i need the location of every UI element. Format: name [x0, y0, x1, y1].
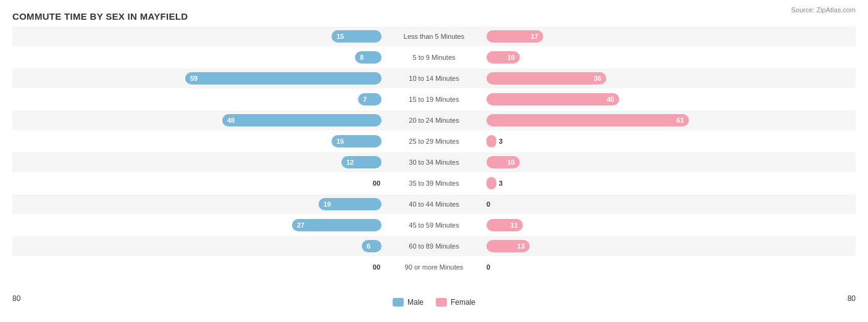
row-label: 5 to 9 Minutes — [385, 54, 483, 61]
bar-female: 36 — [486, 72, 606, 85]
chart-row: 19 40 to 44 Minutes 0 — [12, 194, 856, 214]
chart-row: 8 5 to 9 Minutes 10 — [12, 47, 856, 67]
left-section: 48 — [12, 110, 434, 130]
bar-female: 10 — [486, 51, 520, 64]
male-value-on-bar: 48 — [227, 117, 235, 124]
female-value-on-bar: 11 — [511, 221, 518, 229]
left-section: 15 — [12, 27, 434, 46]
bar-male: 7 — [358, 93, 382, 105]
bar-male: 15 — [332, 30, 382, 43]
chart-row: 12 30 to 34 Minutes 10 — [12, 152, 856, 172]
chart-title: COMMUTE TIME BY SEX IN MAYFIELD — [12, 11, 856, 22]
legend-male-label: Male — [407, 298, 424, 307]
bar-female: 10 — [486, 156, 520, 168]
axis-right-label: 80 — [848, 294, 856, 307]
chart-row: 48 20 to 24 Minutes 61 — [12, 110, 856, 130]
male-value-on-bar: 59 — [190, 75, 198, 82]
legend-female-label: Female — [451, 298, 475, 307]
left-section: 6 — [12, 236, 434, 256]
bar-male: 27 — [292, 219, 382, 231]
left-section: 59 — [12, 68, 434, 88]
chart-container: COMMUTE TIME BY SEX IN MAYFIELD Source: … — [0, 0, 868, 322]
axis-labels: 80 Male Female 80 — [12, 294, 856, 307]
female-value: 3 — [499, 138, 503, 145]
axis-left-label: 80 — [12, 294, 20, 307]
row-label: 45 to 59 Minutes — [385, 221, 483, 229]
row-label: 35 to 39 Minutes — [385, 180, 483, 187]
bar-male: 6 — [362, 240, 382, 252]
female-value: 3 — [499, 180, 503, 187]
left-section: 8 — [12, 47, 434, 67]
female-value-on-bar: 17 — [531, 33, 538, 40]
right-section: 0 — [434, 194, 856, 214]
male-value-on-bar: 8 — [360, 54, 364, 61]
right-section: 17 — [434, 27, 856, 46]
legend-male-box — [393, 298, 404, 307]
left-section: 19 — [12, 194, 434, 214]
row-label: 90 or more Minutes — [385, 263, 483, 271]
bar-male: 8 — [355, 51, 382, 64]
legend-female-box — [436, 298, 447, 307]
bar-male: 15 — [332, 135, 382, 147]
left-section: 0 0 — [12, 173, 434, 193]
bar-female: 11 — [486, 219, 523, 231]
bar-male: 59 — [185, 72, 382, 85]
row-label: Less than 5 Minutes — [385, 33, 483, 40]
male-value-on-bar: 12 — [346, 159, 354, 166]
bar-female — [486, 135, 496, 147]
right-section: 10 — [434, 152, 856, 172]
row-label: 15 to 19 Minutes — [385, 96, 483, 103]
male-value-on-bar: 19 — [323, 200, 331, 208]
bar-female: 40 — [486, 93, 619, 105]
bar-female — [486, 177, 496, 189]
right-section: 0 — [434, 257, 856, 277]
left-section: 7 — [12, 89, 434, 109]
male-value-on-bar: 15 — [336, 33, 344, 40]
chart-area: 15 Less than 5 Minutes 17 8 5 to 9 Minut… — [12, 27, 856, 292]
left-section: 15 — [12, 131, 434, 151]
right-section: 36 — [434, 68, 856, 88]
left-section: 27 — [12, 215, 434, 235]
female-value: 0 — [486, 263, 490, 271]
left-section: 12 — [12, 152, 434, 172]
legend-male: Male — [393, 298, 424, 307]
female-value-on-bar: 40 — [607, 96, 614, 103]
bar-male: 12 — [341, 156, 382, 168]
bar-female: 61 — [486, 114, 689, 126]
female-value: 0 — [486, 200, 490, 208]
chart-row: 6 60 to 89 Minutes 13 — [12, 236, 856, 256]
row-label: 25 to 29 Minutes — [385, 138, 483, 145]
chart-row: 59 10 to 14 Minutes 36 — [12, 68, 856, 88]
right-section: 13 — [434, 236, 856, 256]
row-label: 60 to 89 Minutes — [385, 242, 483, 250]
male-zero: 0 — [377, 263, 380, 271]
bar-female: 17 — [486, 30, 543, 43]
female-value-on-bar: 10 — [507, 159, 515, 166]
row-label: 20 to 24 Minutes — [385, 117, 483, 124]
male-value-on-bar: 7 — [363, 96, 367, 103]
male-value-on-bar: 15 — [336, 138, 344, 145]
row-label: 40 to 44 Minutes — [385, 200, 483, 208]
chart-row: 0 0 35 to 39 Minutes 3 — [12, 173, 856, 193]
female-value-on-bar: 13 — [517, 242, 525, 250]
female-value-on-bar: 10 — [507, 54, 515, 61]
right-section: 3 — [434, 131, 856, 151]
male-value-on-bar: 27 — [297, 221, 304, 229]
chart-row: 15 Less than 5 Minutes 17 — [12, 27, 856, 46]
male-zero: 0 — [377, 180, 380, 187]
row-label: 30 to 34 Minutes — [385, 159, 483, 166]
male-value-on-bar: 6 — [367, 242, 370, 250]
right-section: 40 — [434, 89, 856, 109]
chart-row: 0 0 90 or more Minutes 0 — [12, 257, 856, 277]
chart-row: 15 25 to 29 Minutes 3 — [12, 131, 856, 151]
chart-row: 7 15 to 19 Minutes 40 — [12, 89, 856, 109]
bar-female: 13 — [486, 240, 530, 252]
right-section: 11 — [434, 215, 856, 235]
row-label: 10 to 14 Minutes — [385, 75, 483, 82]
legend: Male Female — [393, 298, 475, 307]
legend-female: Female — [436, 298, 475, 307]
right-section: 10 — [434, 47, 856, 67]
female-value-on-bar: 36 — [594, 75, 601, 82]
bar-male: 19 — [319, 198, 382, 210]
left-section: 0 0 — [12, 257, 434, 277]
